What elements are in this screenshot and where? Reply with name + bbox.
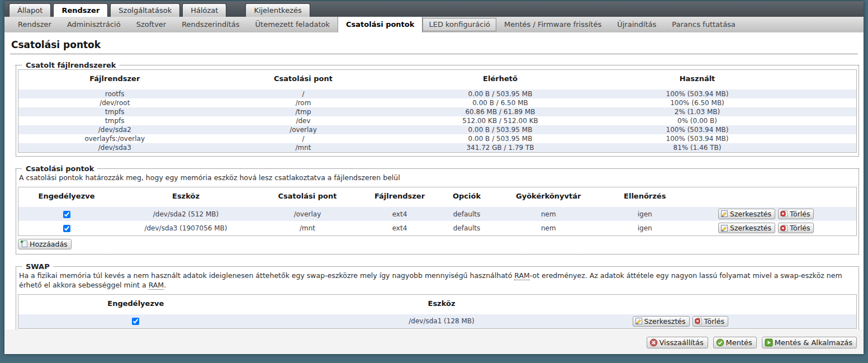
fs-cell: /dev/root bbox=[18, 98, 211, 107]
fs-cell: ext4 bbox=[358, 207, 442, 221]
col-options: Opciók bbox=[442, 187, 492, 207]
mount-points-table: Engedélyezve Eszköz Csatolási pont Fájlr… bbox=[18, 187, 857, 236]
used-cell: 2% (1.03 MB) bbox=[605, 107, 790, 116]
subtab-led-konfiguracio[interactable]: LED konfiguráció bbox=[423, 18, 496, 31]
main-content: Csatolási pontok Csatolt fájlrendszerek … bbox=[4, 32, 864, 329]
subtab-adminisztracio[interactable]: Adminisztráció bbox=[59, 17, 129, 32]
avail-cell: 341.72 GB / 1.79 TB bbox=[396, 143, 605, 153]
table-row: /dev/sda2 /overlay 0.00 B / 503.95 MB 10… bbox=[18, 125, 857, 134]
col-empty bbox=[790, 70, 857, 90]
mounted-filesystems-section: Csatolt fájlrendszerek Fájlrendszer Csat… bbox=[16, 61, 859, 157]
app-window: Állapot Rendszer Szolgáltatások Hálózat … bbox=[4, 1, 864, 354]
subtab-parancs-futtatasa[interactable]: Parancs futtatása bbox=[664, 17, 743, 32]
edit-button[interactable]: Szerkesztés bbox=[718, 209, 775, 219]
ram-abbr: RAM bbox=[514, 271, 530, 280]
reset-button[interactable]: Visszaállítás bbox=[647, 337, 708, 348]
mount-point-row: /dev/sda2 (512 MB) /overlay ext4 default… bbox=[18, 207, 857, 221]
mount-point-row: /dev/sda3 (1907056 MB) /mnt ext4 default… bbox=[18, 221, 857, 235]
used-cell: 0% (0.00 B) bbox=[605, 116, 790, 125]
delete-button[interactable]: Törlés bbox=[778, 209, 814, 219]
table-header-row: Engedélyezve Eszköz bbox=[18, 294, 857, 314]
swap-row: /dev/sda1 (128 MB) SzerkesztésTörlés bbox=[18, 314, 857, 329]
mount-cell: / bbox=[211, 134, 396, 143]
mount-points-section: Csatolási pontok A csatolási pontok hatá… bbox=[16, 164, 859, 254]
table-row: /dev/sda3 /mnt 341.72 GB / 1.79 TB 81% (… bbox=[18, 143, 857, 153]
used-cell: 100% (503.94 MB) bbox=[605, 89, 790, 98]
edit-button[interactable]: Szerkesztés bbox=[718, 223, 775, 233]
tab-rendszer[interactable]: Rendszer bbox=[53, 3, 108, 17]
mount-cell: /tmp bbox=[211, 107, 396, 116]
fs-cell: rootfs bbox=[18, 89, 211, 98]
table-header-row: Fájlrendszer Csatolási pont Elérhető Has… bbox=[18, 70, 857, 90]
subtab-szoftver[interactable]: Szoftver bbox=[129, 17, 174, 32]
device-cell: /dev/sda3 (1907056 MB) bbox=[115, 221, 257, 235]
col-actions bbox=[685, 187, 857, 207]
table-row: overlayfs:/overlay / 0.00 B / 503.95 MB … bbox=[18, 134, 857, 143]
save-apply-button[interactable]: Mentés & Alkalmazás bbox=[762, 337, 857, 348]
action-bar: Visszaállítás Mentés Mentés & Alkalmazás bbox=[4, 329, 864, 354]
add-mount-point-button[interactable]: Hozzáadás bbox=[18, 239, 72, 249]
subtab-rendszer[interactable]: Rendszer bbox=[10, 17, 59, 32]
options-cell: defaults bbox=[442, 221, 492, 235]
col-mount-point: Csatolási pont bbox=[211, 70, 396, 90]
enabled-checkbox[interactable] bbox=[63, 225, 70, 232]
col-actions bbox=[630, 294, 857, 314]
fs-cell: ext4 bbox=[358, 221, 442, 235]
root-cell: nem bbox=[492, 207, 605, 221]
fs-cell: /dev/sda3 bbox=[18, 143, 211, 153]
avail-cell: 0.00 B / 6.50 MB bbox=[396, 98, 605, 107]
subtab-rendszerinditas[interactable]: Rendszerindítás bbox=[174, 17, 247, 32]
edit-button[interactable]: Szerkesztés bbox=[633, 316, 690, 327]
subtab-csatolasi-pontok[interactable]: Csatolási pontok bbox=[338, 17, 423, 32]
avail-cell: 512.00 KB / 512.00 KB bbox=[396, 116, 605, 125]
ram-abbr: RAM bbox=[149, 281, 164, 290]
check-cell: igen bbox=[605, 207, 685, 221]
tab-kijelentkezes[interactable]: Kijelentkezés bbox=[245, 3, 310, 17]
enabled-checkbox[interactable] bbox=[132, 318, 139, 325]
col-used: Használt bbox=[605, 70, 790, 90]
reset-icon bbox=[649, 338, 658, 347]
table-row: tmpfs /tmp 60.86 MB / 61.89 MB 2% (1.03 … bbox=[18, 107, 857, 116]
save-button[interactable]: Mentés bbox=[713, 337, 757, 348]
fs-cell: /dev/sda2 bbox=[18, 125, 211, 134]
delete-button[interactable]: Törlés bbox=[778, 223, 814, 233]
options-cell: defaults bbox=[442, 207, 492, 221]
sub-nav: Rendszer Adminisztráció Szoftver Rendsze… bbox=[4, 17, 864, 32]
mount-cell: /rom bbox=[211, 98, 396, 107]
table-row: tmpfs /dev 512.00 KB / 512.00 KB 0% (0.0… bbox=[18, 116, 857, 125]
col-filesystem: Fájlrendszer bbox=[18, 70, 211, 90]
swap-table: Engedélyezve Eszköz /dev/sda1 (128 MB) S… bbox=[18, 294, 857, 329]
used-cell: 81% (1.46 TB) bbox=[605, 143, 790, 153]
swap-legend: SWAP bbox=[22, 262, 53, 271]
main-nav: Állapot Rendszer Szolgáltatások Hálózat … bbox=[4, 1, 864, 17]
avail-cell: 0.00 B / 503.95 MB bbox=[396, 89, 605, 98]
device-cell: /dev/sda2 (512 MB) bbox=[115, 207, 257, 221]
avail-cell: 60.86 MB / 61.89 MB bbox=[396, 107, 605, 116]
mounted-filesystems-legend: Csatolt fájlrendszerek bbox=[22, 61, 120, 69]
edit-icon bbox=[720, 224, 728, 232]
apply-icon bbox=[765, 338, 773, 347]
mount-points-description: A csatolási pontok határozzák meg, hogy … bbox=[19, 173, 856, 183]
mount-cell: /overlay bbox=[211, 125, 396, 134]
subtab-utemezett-feladatok[interactable]: Ütemezett feladatok bbox=[248, 17, 338, 32]
device-cell: /dev/sda1 (128 MB) bbox=[253, 314, 630, 329]
swap-section: SWAP Ha a fizikai memória túl kevés a ne… bbox=[16, 262, 859, 329]
avail-cell: 0.00 B / 503.95 MB bbox=[396, 125, 605, 134]
mount-cell: /mnt bbox=[257, 221, 358, 235]
delete-button[interactable]: Törlés bbox=[692, 316, 728, 327]
used-cell: 100% (503.94 MB) bbox=[605, 125, 790, 134]
mount-cell: /dev bbox=[211, 116, 396, 125]
col-device: Eszköz bbox=[253, 294, 630, 314]
tab-szolgaltatasok[interactable]: Szolgáltatások bbox=[110, 3, 180, 17]
fs-cell: tmpfs bbox=[18, 116, 211, 125]
enabled-checkbox[interactable] bbox=[63, 211, 70, 218]
used-cell: 100% (503.94 MB) bbox=[605, 134, 790, 143]
fs-cell: tmpfs bbox=[18, 107, 211, 116]
tab-allapot[interactable]: Állapot bbox=[9, 3, 51, 17]
table-row: rootfs / 0.00 B / 503.95 MB 100% (503.94… bbox=[18, 89, 857, 98]
subtab-mentes-firmware[interactable]: Mentés / Firmware frissítés bbox=[496, 17, 609, 32]
edit-icon bbox=[635, 317, 643, 325]
page-title: Csatolási pontok bbox=[10, 39, 858, 54]
tab-halozat[interactable]: Hálózat bbox=[182, 3, 226, 17]
subtab-ujrainditas[interactable]: Újraindítás bbox=[609, 17, 664, 32]
